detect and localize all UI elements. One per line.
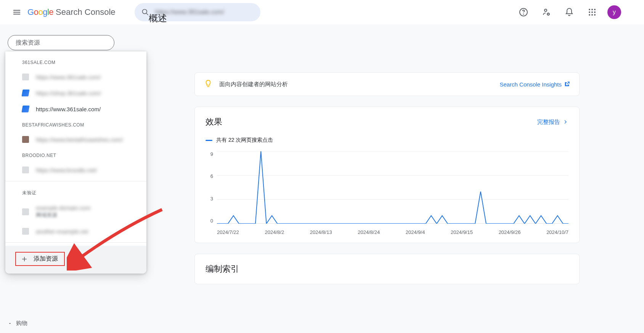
dropdown-item-label: https://www.361sale.com/ (36, 106, 101, 112)
help-icon (519, 8, 528, 17)
svg-point-0 (142, 10, 147, 14)
property-search-placeholder: 搜索资源 (16, 39, 40, 47)
svg-point-14 (594, 14, 596, 16)
avatar-letter: y (613, 9, 616, 16)
bell-icon (565, 8, 574, 17)
help-button[interactable] (516, 5, 531, 20)
insights-link[interactable]: Search Console Insights (499, 81, 570, 88)
svg-point-13 (591, 14, 593, 16)
apps-button[interactable] (585, 5, 600, 20)
dropdown-item-label: https://shop.361sale.com/ (36, 90, 101, 96)
property-search-input[interactable]: 搜索资源 (8, 35, 114, 50)
product-logo[interactable]: Google Search Console (27, 7, 116, 17)
site-favicon-icon (22, 166, 29, 173)
svg-point-11 (594, 11, 596, 13)
performance-chart: 9630 2024/7/222024/8/22024/8/132024/8/24… (206, 151, 569, 235)
open-icon (564, 81, 570, 87)
dropdown-group-label: BROODIO.NET (5, 147, 146, 162)
dropdown-item[interactable]: https://www.361sale.com/ (5, 69, 146, 85)
site-favicon-icon (22, 228, 29, 235)
dropdown-divider (5, 181, 146, 181)
site-favicon-icon (22, 136, 29, 143)
performance-title: 效果 (206, 116, 537, 128)
dropdown-divider (5, 242, 146, 243)
svg-point-7 (591, 9, 593, 10)
svg-point-12 (589, 14, 590, 16)
dropdown-item[interactable]: example-domain.com 网域资源 (5, 200, 146, 223)
page-title: 概述 (149, 12, 167, 24)
notifications-button[interactable] (562, 5, 577, 20)
google-logo-text: Google (27, 7, 53, 17)
svg-point-9 (589, 11, 590, 13)
dropdown-item-label: another-example.net (36, 228, 88, 235)
performance-card: 效果 完整报告 共有 22 次网页搜索点击 9630 (194, 107, 580, 243)
dropdown-item-label: https://www.bestafricawishes.com/ (36, 136, 123, 143)
svg-point-5 (548, 13, 549, 15)
dropdown-item[interactable]: https://shop.361sale.com/ (5, 85, 146, 101)
add-property-label: 添加资源 (34, 255, 58, 263)
indexing-title: 编制索引 (206, 263, 569, 275)
property-dropdown: 361SALE.COM https://www.361sale.com/ htt… (5, 51, 146, 274)
dropdown-item[interactable]: another-example.net (5, 223, 146, 239)
chevron-right-icon (562, 119, 569, 125)
full-report-link[interactable]: 完整报告 (537, 118, 569, 126)
menu-button[interactable] (8, 3, 26, 21)
sidebar-item-label: 购物 (16, 320, 27, 327)
site-favicon-icon (21, 90, 29, 96)
apps-grid-icon (588, 8, 596, 16)
dropdown-item[interactable]: https://www.bestafricawishes.com/ (5, 131, 146, 147)
site-favicon-icon (21, 106, 29, 112)
dropdown-item-label: https://www.broodio.net/ (36, 167, 97, 173)
chart-legend: 共有 22 次网页搜索点击 (206, 137, 569, 144)
svg-point-4 (544, 9, 547, 11)
dropdown-unverified-label: 未验证 (5, 184, 146, 200)
legend-swatch (206, 140, 212, 141)
insights-card: 面向内容创建者的网站分析 Search Console Insights (194, 72, 580, 96)
add-property-row[interactable]: 添加资源 (5, 246, 146, 274)
svg-point-3 (524, 14, 524, 14)
dropdown-item[interactable]: https://www.361sale.com/ (5, 101, 146, 117)
site-favicon-icon (22, 74, 29, 80)
settings-button[interactable] (539, 5, 554, 20)
svg-point-6 (589, 9, 590, 10)
dropdown-item-label: https://www.361sale.com/ (36, 74, 101, 80)
header-actions: y (516, 5, 621, 20)
caret-down-icon (8, 321, 12, 326)
app-header: Google Search Console https://www.361sal… (0, 0, 644, 24)
svg-point-10 (591, 11, 593, 13)
svg-line-1 (146, 13, 148, 15)
dropdown-item[interactable]: https://www.broodio.net/ (5, 162, 146, 178)
search-icon (141, 8, 149, 16)
product-name: Search Console (56, 7, 116, 17)
indexing-card: 编制索引 (194, 254, 580, 284)
hamburger-icon (12, 8, 21, 17)
user-settings-icon (542, 8, 551, 17)
site-favicon-icon (22, 208, 29, 215)
sidebar-item-shopping[interactable]: 购物 (8, 320, 27, 327)
dropdown-item-sublabel: 网域资源 (36, 212, 90, 219)
dropdown-group-label: 361SALE.COM (5, 54, 146, 69)
dropdown-group-label: BESTAFRICAWISHES.COM (5, 117, 146, 131)
insights-text: 面向内容创建者的网站分析 (219, 81, 499, 88)
svg-point-8 (594, 9, 596, 10)
dropdown-item-label: example-domain.com (36, 205, 90, 211)
account-avatar[interactable]: y (607, 5, 621, 19)
plus-icon (21, 255, 28, 263)
legend-label: 共有 22 次网页搜索点击 (216, 137, 273, 144)
lightbulb-icon (204, 79, 212, 89)
